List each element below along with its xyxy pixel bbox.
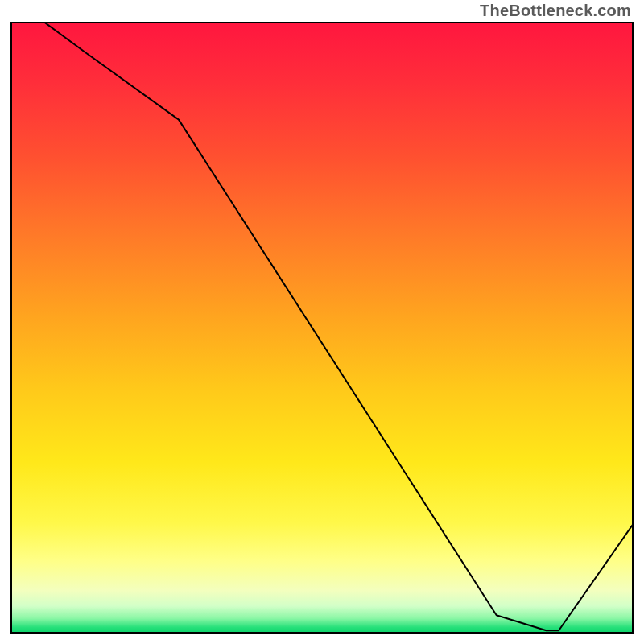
- chart-svg: [10, 22, 634, 634]
- plot-frame: [10, 22, 634, 634]
- attribution-text: TheBottleneck.com: [480, 2, 631, 20]
- gradient-background: [10, 22, 634, 634]
- chart-container: TheBottleneck.com: [0, 0, 644, 644]
